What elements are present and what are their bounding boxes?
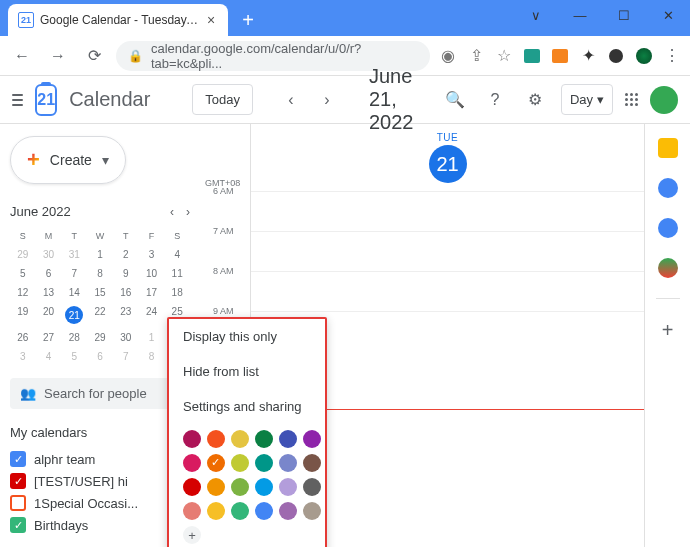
- window-minimize-icon[interactable]: ∨: [514, 0, 558, 30]
- mini-day[interactable]: 1: [87, 245, 113, 264]
- mini-day[interactable]: 12: [10, 283, 36, 302]
- account-avatar[interactable]: [650, 86, 678, 114]
- mini-day[interactable]: 21: [61, 302, 87, 328]
- calendar-list-item[interactable]: ✓alphr team: [10, 448, 190, 470]
- mini-day[interactable]: 27: [36, 328, 62, 347]
- google-apps-icon[interactable]: [625, 93, 638, 106]
- mini-day[interactable]: 30: [113, 328, 139, 347]
- mini-day[interactable]: 11: [164, 264, 190, 283]
- back-button[interactable]: ←: [8, 42, 36, 70]
- mini-day[interactable]: 13: [36, 283, 62, 302]
- color-swatch[interactable]: [207, 478, 225, 496]
- help-icon[interactable]: ?: [481, 86, 509, 114]
- color-swatch[interactable]: [303, 502, 321, 520]
- contacts-icon[interactable]: [658, 218, 678, 238]
- color-swatch[interactable]: [279, 478, 297, 496]
- mini-day[interactable]: 4: [164, 245, 190, 264]
- extension-icon-2[interactable]: [550, 46, 570, 66]
- tasks-icon[interactable]: [658, 178, 678, 198]
- color-swatch[interactable]: [303, 454, 321, 472]
- mini-day[interactable]: 19: [10, 302, 36, 328]
- tab-close-icon[interactable]: ×: [204, 13, 218, 27]
- mini-day[interactable]: 4: [36, 347, 62, 366]
- color-swatch[interactable]: [231, 454, 249, 472]
- mini-day[interactable]: 20: [36, 302, 62, 328]
- settings-gear-icon[interactable]: ⚙: [521, 86, 549, 114]
- calendar-list-item[interactable]: ✓[TEST/USER] hi: [10, 470, 190, 492]
- mini-day[interactable]: 29: [10, 245, 36, 264]
- mini-day[interactable]: 9: [113, 264, 139, 283]
- context-menu-item[interactable]: Display this only: [169, 319, 325, 354]
- color-swatch[interactable]: [303, 430, 321, 448]
- mini-day[interactable]: 22: [87, 302, 113, 328]
- mini-day[interactable]: 10: [139, 264, 165, 283]
- maps-icon[interactable]: [658, 258, 678, 278]
- color-swatch[interactable]: [183, 454, 201, 472]
- color-swatch[interactable]: [255, 454, 273, 472]
- color-swatch[interactable]: [207, 430, 225, 448]
- mini-day[interactable]: 3: [10, 347, 36, 366]
- color-swatch[interactable]: [231, 478, 249, 496]
- time-slot[interactable]: 7 AM: [251, 231, 644, 271]
- new-tab-button[interactable]: +: [234, 6, 262, 34]
- calendar-checkbox[interactable]: ✓: [10, 473, 26, 489]
- forward-button[interactable]: →: [44, 42, 72, 70]
- create-button[interactable]: + Create ▾: [10, 136, 126, 184]
- mini-day[interactable]: 29: [87, 328, 113, 347]
- add-color-button[interactable]: +: [183, 526, 201, 544]
- color-swatch[interactable]: [303, 478, 321, 496]
- calendar-list-item[interactable]: ✓Birthdays: [10, 514, 190, 536]
- mini-day[interactable]: 31: [61, 245, 87, 264]
- mini-day[interactable]: 16: [113, 283, 139, 302]
- window-minimize-button[interactable]: —: [558, 0, 602, 30]
- window-maximize-button[interactable]: ☐: [602, 0, 646, 30]
- mini-day[interactable]: 6: [36, 264, 62, 283]
- mini-day[interactable]: 1: [139, 328, 165, 347]
- color-swatch[interactable]: [183, 478, 201, 496]
- context-menu-item[interactable]: Hide from list: [169, 354, 325, 389]
- main-menu-button[interactable]: [12, 88, 23, 112]
- mini-day[interactable]: 24: [139, 302, 165, 328]
- time-slot[interactable]: 8 AM: [251, 271, 644, 311]
- mini-day[interactable]: 30: [36, 245, 62, 264]
- mini-day[interactable]: 5: [10, 264, 36, 283]
- color-swatch[interactable]: [279, 454, 297, 472]
- mini-prev-month[interactable]: ‹: [170, 205, 174, 219]
- context-menu-item[interactable]: Settings and sharing: [169, 389, 325, 424]
- time-slot[interactable]: 6 AM: [251, 191, 644, 231]
- mini-day[interactable]: 6: [87, 347, 113, 366]
- color-swatch[interactable]: [255, 502, 273, 520]
- color-swatch[interactable]: [279, 430, 297, 448]
- eye-icon[interactable]: ◉: [438, 46, 458, 66]
- mini-day[interactable]: 14: [61, 283, 87, 302]
- extensions-puzzle-icon[interactable]: ✦: [578, 46, 598, 66]
- color-swatch[interactable]: [255, 478, 273, 496]
- keep-icon[interactable]: [658, 138, 678, 158]
- next-period-button[interactable]: ›: [313, 86, 341, 114]
- mini-day[interactable]: 2: [113, 245, 139, 264]
- calendar-list-item[interactable]: 1Special Occasi...: [10, 492, 190, 514]
- my-calendars-header[interactable]: My calendars: [10, 425, 190, 440]
- extension-icon-3[interactable]: [606, 46, 626, 66]
- mini-day[interactable]: 8: [139, 347, 165, 366]
- mini-day[interactable]: 18: [164, 283, 190, 302]
- mini-calendar[interactable]: SMTWTFS293031123456789101112131415161718…: [10, 227, 190, 366]
- star-icon[interactable]: ☆: [494, 46, 514, 66]
- window-close-button[interactable]: ✕: [646, 0, 690, 30]
- browser-menu-icon[interactable]: ⋮: [662, 46, 682, 66]
- day-number-badge[interactable]: 21: [429, 145, 467, 183]
- mini-day[interactable]: 7: [61, 264, 87, 283]
- today-button[interactable]: Today: [192, 84, 253, 115]
- mini-next-month[interactable]: ›: [186, 205, 190, 219]
- mini-day[interactable]: 8: [87, 264, 113, 283]
- color-swatch[interactable]: [279, 502, 297, 520]
- color-swatch[interactable]: [231, 502, 249, 520]
- extension-icon-1[interactable]: [522, 46, 542, 66]
- search-people-input[interactable]: 👥 Search for people: [10, 378, 190, 409]
- mini-day[interactable]: 7: [113, 347, 139, 366]
- mini-day[interactable]: 3: [139, 245, 165, 264]
- color-swatch[interactable]: [207, 502, 225, 520]
- view-selector[interactable]: Day ▾: [561, 84, 613, 115]
- prev-period-button[interactable]: ‹: [277, 86, 305, 114]
- mini-day[interactable]: 28: [61, 328, 87, 347]
